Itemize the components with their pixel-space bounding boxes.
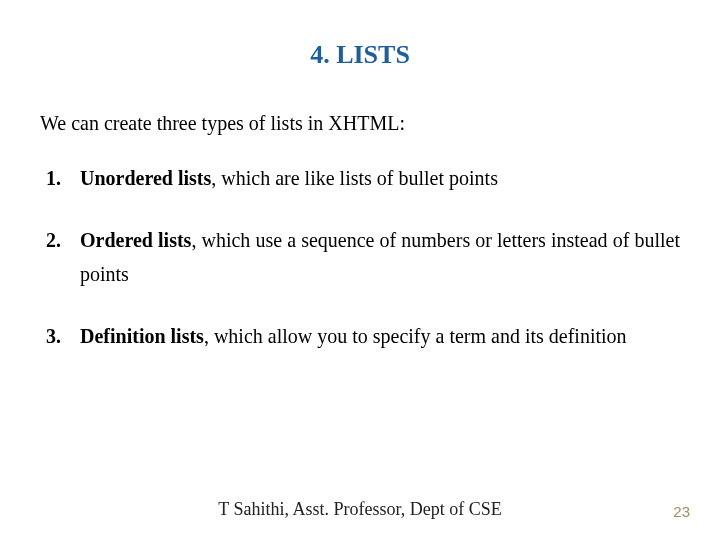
item-text: Definition lists, which allow you to spe… (80, 319, 680, 353)
item-number: 2. (46, 223, 80, 291)
list-item: 2. Ordered lists, which use a sequence o… (46, 223, 680, 291)
intro-text: We can create three types of lists in XH… (40, 112, 680, 135)
footer-author: T Sahithi, Asst. Professor, Dept of CSE (0, 499, 720, 520)
item-number: 1. (46, 161, 80, 195)
item-term: Definition lists (80, 325, 204, 347)
list-container: 1. Unordered lists, which are like lists… (40, 161, 680, 353)
item-number: 3. (46, 319, 80, 353)
item-text: Ordered lists, which use a sequence of n… (80, 223, 680, 291)
slide-title: 4. LISTS (40, 40, 680, 70)
item-term: Unordered lists (80, 167, 211, 189)
item-rest: , which are like lists of bullet points (211, 167, 498, 189)
item-rest: , which allow you to specify a term and … (204, 325, 627, 347)
page-number: 23 (673, 503, 690, 520)
item-term: Ordered lists (80, 229, 191, 251)
list-item: 1. Unordered lists, which are like lists… (46, 161, 680, 195)
item-text: Unordered lists, which are like lists of… (80, 161, 680, 195)
list-item: 3. Definition lists, which allow you to … (46, 319, 680, 353)
